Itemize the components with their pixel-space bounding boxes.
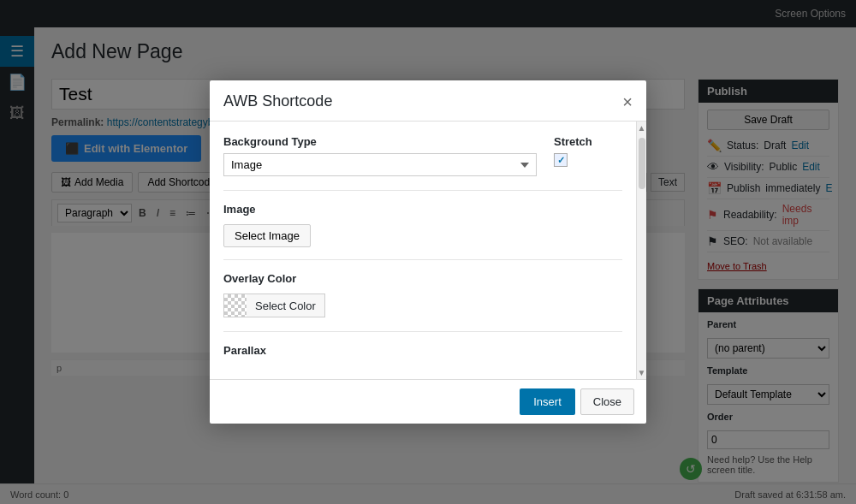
background-type-label: Background Type [223,135,537,148]
modal-footer: Insert Close [210,379,646,424]
scrollbar-up-arrow[interactable]: ▲ [637,122,646,134]
overlay-color-heading: Overlay Color [223,272,622,285]
bg-type-row: Background Type Image Color Video Patter… [223,135,622,176]
stretch-group: Stretch [554,135,622,176]
background-type-group: Background Type Image Color Video Patter… [223,135,537,176]
modal-close-x-button[interactable]: × [622,93,633,110]
divider-3 [223,331,622,332]
image-section: Image Select Image [223,203,622,247]
stretch-label: Stretch [554,135,622,148]
modal-overlay: AWB Shortcode × Background Type Image Co… [0,0,856,504]
stretch-checkbox-row [554,153,622,167]
stretch-checkbox[interactable] [554,153,568,167]
color-label: Select Color [247,296,324,316]
scrollbar-thumb[interactable] [639,138,645,189]
insert-button[interactable]: Insert [520,388,575,415]
color-checker-pattern [224,294,247,317]
modal-title: AWB Shortcode [223,92,332,110]
image-section-heading: Image [223,203,622,216]
parallax-section: Parallax [223,344,622,357]
select-image-button[interactable]: Select Image [223,224,311,247]
awb-shortcode-modal: AWB Shortcode × Background Type Image Co… [210,80,646,424]
close-modal-button[interactable]: Close [580,388,634,415]
parallax-heading: Parallax [223,344,622,357]
modal-scrollbar[interactable]: ▲ ▼ [636,122,646,379]
select-color-button[interactable]: Select Color [223,294,325,317]
divider-1 [223,190,622,191]
modal-content: Background Type Image Color Video Patter… [210,122,636,379]
overlay-color-section: Overlay Color Select Color [223,272,622,319]
modal-header: AWB Shortcode × [210,80,646,122]
background-type-select[interactable]: Image Color Video Pattern [223,153,537,176]
divider-2 [223,259,622,260]
modal-body: Background Type Image Color Video Patter… [210,122,646,379]
scrollbar-down-arrow[interactable]: ▼ [637,366,646,379]
